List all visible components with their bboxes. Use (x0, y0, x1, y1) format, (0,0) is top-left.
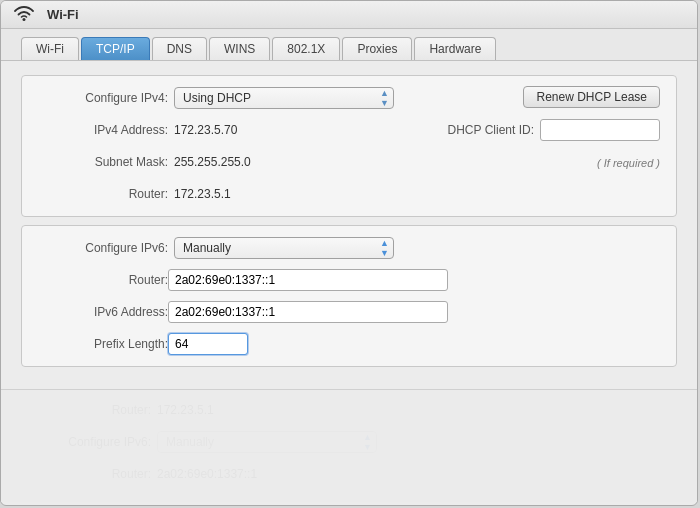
prefix-length-label: Prefix Length: (38, 337, 168, 351)
tab-wins[interactable]: WINS (209, 37, 270, 60)
ipv4-address-row: IPv4 Address: 172.23.5.70 DHCP Client ID… (38, 118, 660, 142)
tabs-bar: Wi-Fi TCP/IP DNS WINS 802.1X Proxies Har… (1, 29, 697, 61)
lower-section: Router: 172.23.5.1 Configure IPv6: Manua… (1, 389, 697, 502)
lower-router2-row: Router: 2a02:69e0:1337::1 (21, 462, 677, 486)
dhcp-client-input[interactable] (540, 119, 660, 141)
configure-ipv4-select[interactable]: Using DHCP (174, 87, 394, 109)
ipv4-address-label: IPv4 Address: (38, 123, 168, 137)
ipv6-address-input[interactable] (168, 301, 448, 323)
lower-router-value: 172.23.5.1 (157, 403, 214, 417)
ipv6-router-input[interactable] (168, 269, 448, 291)
tab-wifi[interactable]: Wi-Fi (21, 37, 79, 60)
ipv6-address-label: IPv6 Address: (38, 305, 168, 319)
if-required-text: ( If required ) (597, 157, 660, 169)
lower-configure-select-wrapper: Manually ▲ ▼ (157, 431, 377, 453)
configure-ipv4-row: Configure IPv4: Using DHCP ▲ ▼ Renew DHC… (38, 86, 660, 110)
ipv4-router-label: Router: (38, 187, 168, 201)
subnet-mask-value: 255.255.255.0 (174, 155, 251, 169)
prefix-length-input[interactable] (168, 333, 248, 355)
ipv4-router-value: 172.23.5.1 (174, 187, 231, 201)
main-content: Configure IPv4: Using DHCP ▲ ▼ Renew DHC… (1, 61, 697, 389)
tab-proxies[interactable]: Proxies (342, 37, 412, 60)
lower-router-label: Router: (21, 403, 151, 417)
configure-ipv4-select-wrapper: Using DHCP ▲ ▼ (174, 87, 394, 109)
tab-tcpip[interactable]: TCP/IP (81, 37, 150, 60)
lower-configure-select[interactable]: Manually (157, 431, 377, 453)
configure-ipv6-label: Configure IPv6: (38, 241, 168, 255)
configure-ipv6-select-wrapper: Manually ▲ ▼ (174, 237, 394, 259)
lower-router-row: Router: 172.23.5.1 (21, 398, 677, 422)
ipv6-address-row: IPv6 Address: (38, 300, 660, 324)
ipv4-address-value: 172.23.5.70 (174, 123, 237, 137)
lower-router2-label: Router: (21, 467, 151, 481)
dhcp-client-label: DHCP Client ID: (448, 123, 534, 137)
renew-dhcp-button[interactable]: Renew DHCP Lease (523, 86, 660, 108)
configure-ipv6-select[interactable]: Manually (174, 237, 394, 259)
prefix-length-row: Prefix Length: (38, 332, 660, 356)
ipv6-router-row: Router: (38, 268, 660, 292)
lower-configure-row: Configure IPv6: Manually ▲ ▼ (21, 430, 677, 454)
window-title: Wi-Fi (47, 7, 79, 22)
ipv6-section: Configure IPv6: Manually ▲ ▼ Router: (21, 225, 677, 367)
ipv4-section: Configure IPv4: Using DHCP ▲ ▼ Renew DHC… (21, 75, 677, 217)
subnet-mask-row: Subnet Mask: 255.255.255.0 ( If required… (38, 150, 660, 174)
wifi-icon (13, 5, 35, 25)
tab-8021x[interactable]: 802.1X (272, 37, 340, 60)
lower-configure-label: Configure IPv6: (21, 435, 151, 449)
ipv4-router-row: Router: 172.23.5.1 (38, 182, 660, 206)
configure-ipv6-row: Configure IPv6: Manually ▲ ▼ (38, 236, 660, 260)
tab-dns[interactable]: DNS (152, 37, 207, 60)
ipv6-router-label: Router: (38, 273, 168, 287)
titlebar: Wi-Fi (1, 1, 697, 29)
subnet-mask-label: Subnet Mask: (38, 155, 168, 169)
window: Wi-Fi Wi-Fi TCP/IP DNS WINS 802.1X Proxi… (0, 0, 698, 506)
tab-hardware[interactable]: Hardware (414, 37, 496, 60)
configure-ipv4-label: Configure IPv4: (38, 91, 168, 105)
lower-router2-value: 2a02:69e0:1337::1 (157, 467, 257, 481)
